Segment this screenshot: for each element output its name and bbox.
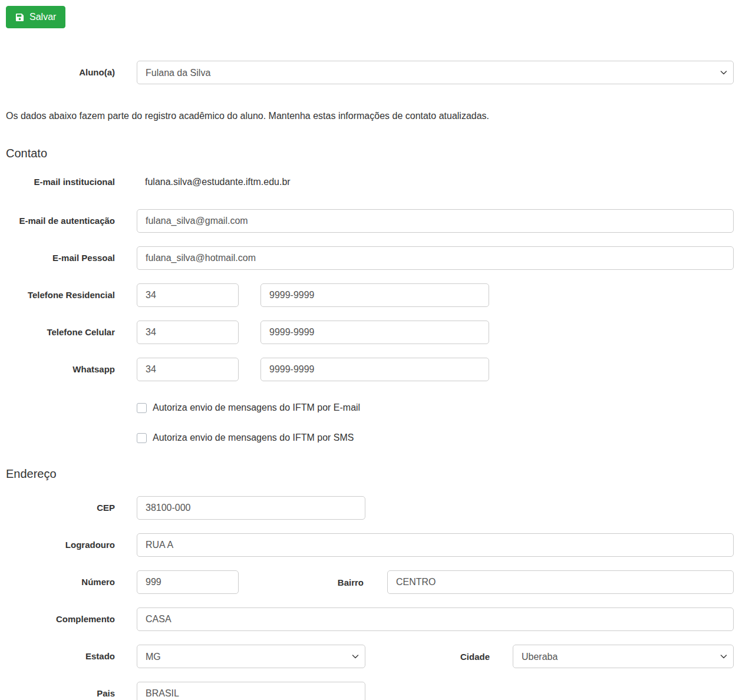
personal-email-label: E-mail Pessoal (6, 252, 115, 265)
complement-label: Complemento (6, 613, 115, 626)
phone-cell-label: Telefone Celular (6, 326, 115, 339)
personal-email-input[interactable] (137, 246, 734, 270)
phone-home-ddd-input[interactable] (137, 283, 239, 307)
save-button-label: Salvar (29, 12, 56, 22)
student-row: Aluno(a) Fulana da Silva (6, 61, 734, 84)
phone-cell-row: Telefone Celular (6, 321, 734, 344)
whatsapp-label: Whatsapp (6, 363, 115, 377)
complement-input[interactable] (137, 607, 734, 631)
street-input[interactable] (137, 533, 734, 557)
city-label: Cidade (365, 652, 490, 662)
cep-label: CEP (6, 501, 115, 515)
phone-cell-ddd-input[interactable] (137, 321, 239, 344)
cep-row: CEP (6, 496, 734, 520)
student-select[interactable]: Fulana da Silva (137, 61, 734, 84)
form: Aluno(a) Fulana da Silva Os dados abaixo… (6, 61, 734, 700)
number-input[interactable] (137, 570, 239, 594)
institutional-email-value: fulana.silva@estudante.iftm.edu.br (137, 177, 291, 187)
street-label: Logradouro (6, 539, 115, 552)
state-label: Estado (6, 650, 115, 663)
phone-home-row: Telefone Residencial (6, 283, 734, 307)
phone-cell-number-input[interactable] (260, 321, 489, 344)
auth-email-row: E-mail de autenticação (6, 209, 734, 233)
number-label: Número (6, 576, 115, 589)
student-contact-form-page: Salvar Aluno(a) Fulana da Silva Os dados… (0, 0, 739, 700)
authorize-email-checkbox[interactable] (137, 403, 147, 413)
save-button[interactable]: Salvar (6, 6, 65, 28)
district-input[interactable] (387, 570, 734, 594)
auth-email-label: E-mail de autenticação (6, 214, 115, 228)
state-select[interactable]: MG (137, 645, 365, 668)
address-heading: Endereço (6, 467, 734, 481)
auth-email-input[interactable] (137, 209, 734, 233)
institutional-email-label: E-mail institucional (6, 176, 115, 189)
whatsapp-ddd-input[interactable] (137, 358, 239, 381)
city-select[interactable]: Uberaba (513, 645, 734, 668)
save-icon (15, 13, 24, 22)
country-label: Pais (6, 687, 115, 700)
whatsapp-row: Whatsapp (6, 358, 734, 381)
complement-row: Complemento (6, 607, 734, 631)
phone-home-number-input[interactable] (260, 283, 489, 307)
country-input[interactable] (137, 682, 365, 700)
authorize-email-label: Autoriza envio de mensagens do IFTM por … (153, 402, 360, 413)
whatsapp-number-input[interactable] (260, 358, 489, 381)
contact-heading: Contato (6, 146, 734, 160)
phone-home-label: Telefone Residencial (6, 289, 115, 302)
institutional-email-row: E-mail institucional fulana.silva@estuda… (6, 176, 734, 189)
student-label: Aluno(a) (6, 66, 115, 80)
cep-input[interactable] (137, 496, 365, 520)
personal-email-row: E-mail Pessoal (6, 246, 734, 270)
street-row: Logradouro (6, 533, 734, 557)
district-label: Bairro (239, 577, 364, 587)
authorize-sms-row: Autoriza envio de mensagens do IFTM por … (137, 432, 734, 443)
authorize-email-row: Autoriza envio de mensagens do IFTM por … (137, 402, 734, 413)
country-row: Pais (6, 682, 734, 700)
state-city-row: Estado MG Cidade Uberaba (6, 645, 734, 668)
intro-text: Os dados abaixo fazem parte do registro … (6, 110, 734, 123)
number-district-row: Número Bairro (6, 570, 734, 594)
authorize-sms-label: Autoriza envio de mensagens do IFTM por … (153, 432, 354, 443)
authorize-sms-checkbox[interactable] (137, 433, 147, 443)
